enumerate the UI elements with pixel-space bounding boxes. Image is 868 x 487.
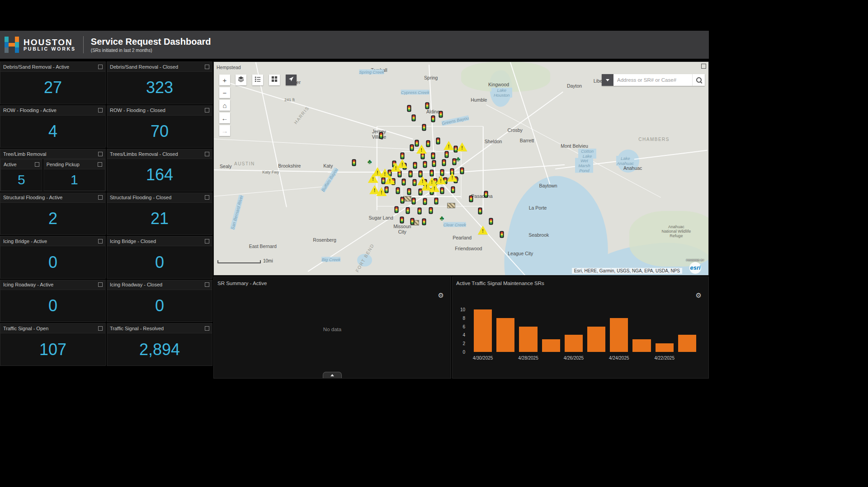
layers-button[interactable] [236, 75, 246, 85]
chart-bar[interactable] [542, 339, 560, 352]
locate-button[interactable] [286, 75, 297, 85]
traffic-signal-marker[interactable] [402, 178, 406, 185]
expand-icon[interactable] [98, 326, 103, 331]
traffic-signal-marker[interactable] [432, 160, 436, 167]
traffic-signal-marker[interactable] [440, 187, 444, 194]
traffic-signal-marker[interactable] [429, 207, 433, 214]
warning-marker[interactable] [443, 141, 454, 150]
traffic-signal-marker[interactable] [489, 218, 493, 225]
traffic-signal-marker[interactable] [382, 177, 386, 184]
traffic-signal-marker[interactable] [460, 168, 464, 174]
expand-icon[interactable] [205, 152, 209, 156]
traffic-signal-marker[interactable] [407, 188, 411, 195]
traffic-signal-marker[interactable] [422, 124, 426, 131]
bottom-panel-expand-button[interactable] [323, 372, 342, 378]
expand-icon[interactable] [98, 152, 103, 156]
tree-marker[interactable] [439, 214, 444, 221]
expand-icon[interactable] [205, 195, 209, 200]
expand-icon[interactable] [98, 282, 103, 287]
traffic-signal-marker[interactable] [400, 153, 404, 159]
traffic-signal-marker[interactable] [484, 191, 488, 197]
traffic-signal-marker[interactable] [406, 207, 410, 214]
chart-bar[interactable] [519, 327, 537, 352]
gear-icon[interactable]: ⚙ [696, 292, 702, 299]
traffic-signal-marker[interactable] [439, 111, 443, 117]
warning-marker[interactable] [478, 225, 488, 234]
expand-icon[interactable] [205, 282, 209, 287]
traffic-signal-marker[interactable] [422, 219, 426, 225]
expand-icon[interactable] [98, 239, 103, 244]
expand-icon[interactable] [98, 195, 103, 200]
traffic-signal-marker[interactable] [352, 159, 356, 166]
map-canvas[interactable]: HempsteadWallerTomballSpring CreekSpring… [214, 62, 708, 275]
traffic-signal-marker[interactable] [451, 186, 455, 193]
map-expand-icon[interactable] [701, 64, 706, 69]
traffic-signal-marker[interactable] [425, 102, 429, 109]
expand-icon[interactable] [98, 108, 103, 112]
expand-icon[interactable] [205, 326, 209, 331]
expand-icon[interactable] [98, 65, 103, 69]
chart-bar[interactable] [587, 327, 605, 352]
traffic-signal-marker[interactable] [431, 153, 435, 159]
traffic-signal-marker[interactable] [423, 198, 427, 205]
search-button[interactable] [692, 74, 705, 86]
expand-icon[interactable] [205, 108, 209, 112]
traffic-signal-marker[interactable] [396, 187, 400, 194]
chart-bar[interactable] [610, 318, 628, 352]
chart-bar[interactable] [632, 339, 651, 352]
traffic-signal-marker[interactable] [407, 105, 411, 112]
zoom-out-button[interactable]: − [219, 87, 230, 98]
traffic-signal-marker[interactable] [400, 216, 404, 223]
tree-marker[interactable] [368, 158, 372, 164]
traffic-signal-marker[interactable] [440, 169, 444, 176]
traffic-signal-marker[interactable] [436, 138, 440, 145]
traffic-signal-marker[interactable] [415, 140, 419, 147]
chart-bar[interactable] [474, 309, 492, 352]
traffic-signal-marker[interactable] [445, 151, 449, 158]
expand-icon[interactable] [205, 65, 209, 69]
expand-icon[interactable] [205, 239, 209, 244]
chart-bar[interactable] [656, 343, 674, 352]
previous-extent-button[interactable]: ← [219, 112, 230, 123]
traffic-signal-marker[interactable] [469, 195, 473, 202]
traffic-signal-marker[interactable] [423, 161, 427, 168]
chart-bar[interactable] [678, 335, 696, 352]
warning-marker[interactable] [373, 167, 383, 176]
tree-marker[interactable] [456, 155, 461, 162]
traffic-signal-marker[interactable] [500, 231, 504, 238]
traffic-signal-marker[interactable] [478, 208, 482, 215]
work-zone-marker[interactable] [447, 203, 455, 208]
chart-bar[interactable] [565, 335, 583, 352]
expand-icon[interactable] [98, 162, 102, 167]
traffic-signal-marker[interactable] [411, 197, 415, 204]
basemap-gallery-button[interactable] [269, 75, 280, 85]
chart-bar[interactable] [496, 318, 514, 352]
search-input[interactable] [613, 74, 692, 86]
traffic-signal-marker[interactable] [400, 197, 404, 203]
work-zone-marker[interactable] [403, 196, 411, 201]
traffic-signal-marker[interactable] [410, 218, 414, 225]
traffic-signal-marker[interactable] [431, 115, 435, 122]
gear-icon[interactable]: ⚙ [438, 292, 444, 299]
zoom-in-button[interactable]: + [219, 75, 230, 85]
traffic-signal-marker[interactable] [409, 170, 413, 177]
search-source-dropdown[interactable] [602, 74, 613, 86]
traffic-signal-marker[interactable] [430, 169, 434, 176]
warning-marker[interactable] [457, 142, 467, 151]
home-extent-button[interactable]: ⌂ [219, 100, 230, 111]
next-extent-button[interactable]: → [219, 125, 230, 136]
traffic-signal-marker[interactable] [419, 170, 423, 177]
traffic-signal-marker[interactable] [379, 132, 383, 139]
traffic-signal-marker[interactable] [442, 159, 446, 166]
traffic-signal-marker[interactable] [394, 206, 398, 213]
expand-icon[interactable] [35, 162, 39, 167]
legend-button[interactable] [252, 75, 263, 85]
traffic-signal-marker[interactable] [413, 179, 417, 186]
traffic-signal-marker[interactable] [410, 145, 414, 151]
traffic-signal-marker[interactable] [384, 186, 388, 193]
traffic-signal-marker[interactable] [434, 197, 439, 204]
traffic-signal-marker[interactable] [426, 140, 430, 147]
traffic-signal-marker[interactable] [413, 162, 417, 169]
traffic-signal-marker[interactable] [411, 114, 415, 121]
traffic-signal-marker[interactable] [418, 208, 422, 215]
